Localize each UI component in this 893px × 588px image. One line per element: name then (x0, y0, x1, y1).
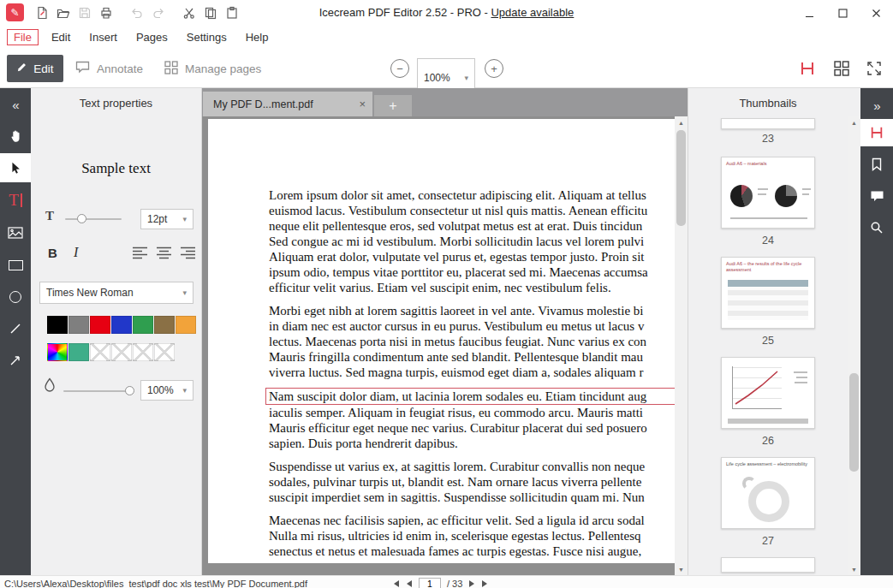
expand-panel-button[interactable]: » (860, 92, 893, 119)
color-swatch-blue[interactable] (111, 316, 132, 334)
opacity-slider-thumb[interactable] (125, 386, 134, 395)
selected-text-line[interactable]: Nam suscipit dolor diam, ut lacinia lore… (265, 388, 675, 405)
menu-help[interactable]: Help (244, 29, 271, 45)
redo-icon[interactable] (147, 3, 169, 23)
single-page-view-button[interactable] (796, 57, 819, 80)
thumbnail-page-23[interactable] (721, 118, 815, 129)
font-size-slider[interactable] (65, 218, 122, 220)
edit-mode-button[interactable]: Edit (7, 55, 63, 82)
empty-color-slot[interactable] (154, 343, 175, 361)
copy-icon[interactable] (199, 3, 221, 23)
color-swatch-orange[interactable] (176, 316, 196, 334)
thumbnail-label: 24 (688, 235, 848, 246)
thumbnail-page-26[interactable] (721, 357, 815, 429)
rectangle-tool[interactable] (0, 251, 31, 280)
menu-insert[interactable]: Insert (87, 29, 119, 45)
maximize-button[interactable] (826, 0, 860, 26)
save-icon[interactable] (74, 3, 95, 23)
menu-edit[interactable]: Edit (50, 29, 72, 45)
open-file-icon[interactable] (52, 3, 74, 23)
color-swatch-gray[interactable] (68, 316, 89, 334)
manage-pages-button[interactable]: Manage pages (164, 55, 261, 82)
thumbnail-page-28[interactable] (721, 557, 815, 573)
menu-pages[interactable]: Pages (134, 29, 170, 45)
font-size-dropdown[interactable]: 12pt▾ (140, 209, 193, 229)
opacity-slider[interactable] (63, 390, 130, 392)
print-icon[interactable] (95, 3, 116, 23)
hand-tool[interactable] (0, 121, 31, 150)
cut-icon[interactable] (178, 3, 199, 23)
paste-icon[interactable] (221, 3, 242, 23)
ellipse-tool[interactable] (0, 282, 31, 312)
thumbnail-page-27[interactable]: Life cycle assessment – electromobility (721, 457, 815, 529)
annotate-mode-button[interactable]: Annotate (75, 55, 143, 82)
undo-icon[interactable] (126, 3, 147, 23)
title-bar: ✎ Icecream PDF Editor 2.52 - PRO - Updat… (0, 0, 893, 26)
scroll-up-icon[interactable]: ▲ (848, 116, 860, 128)
paragraph: Morbi eget nibh at lorem sagittis laoree… (269, 303, 675, 380)
close-button[interactable] (860, 0, 893, 26)
text-line: sapien. Duis porta hendrerit dapibus. (269, 436, 675, 451)
paragraph: Maecenas nec facilisis sapien, ac effici… (269, 513, 675, 559)
empty-color-slot[interactable] (90, 343, 110, 361)
minimize-button[interactable] (793, 0, 826, 26)
new-document-icon[interactable] (31, 3, 52, 23)
align-left-button[interactable] (132, 246, 148, 263)
zoom-in-button[interactable]: + (485, 59, 503, 78)
empty-color-slot[interactable] (133, 343, 153, 361)
color-swatch-red[interactable] (90, 316, 110, 334)
first-page-button[interactable] (390, 579, 400, 588)
line-tool[interactable] (0, 314, 31, 343)
tab-my-pdf-document[interactable]: My PDF D...ment.pdf × (203, 92, 372, 116)
color-swatch-brown[interactable] (154, 316, 175, 334)
thumbnail-page-25[interactable]: Audi A6 – the results of the life cycle … (721, 257, 815, 329)
thumbnails-view-button[interactable] (860, 119, 893, 146)
arrow-tool[interactable] (0, 346, 31, 375)
grid-view-button[interactable] (830, 57, 853, 80)
scroll-up-icon[interactable]: ▲ (675, 116, 688, 128)
fullscreen-button[interactable] (863, 57, 885, 80)
color-swatch-green[interactable] (133, 316, 153, 334)
update-available-link[interactable]: Update available (491, 6, 574, 19)
thumbnails-scrollbar[interactable]: ▲ ▼ (848, 116, 860, 575)
text-tool[interactable]: T (0, 186, 31, 215)
scroll-down-icon[interactable]: ▼ (675, 563, 688, 575)
align-right-button[interactable] (180, 246, 196, 263)
menu-settings[interactable]: Settings (185, 29, 229, 45)
color-swatch-black[interactable] (47, 316, 68, 334)
search-button[interactable] (860, 214, 893, 241)
font-size-slider-thumb[interactable] (77, 214, 86, 223)
bookmarks-button[interactable] (860, 151, 893, 178)
italic-button[interactable]: I (74, 245, 78, 260)
annotate-label: Annotate (97, 62, 143, 75)
menu-file[interactable]: File (7, 29, 39, 45)
table-header-graphic (728, 280, 808, 287)
thumbnail-page-24[interactable]: Audi A6 – materials (721, 157, 815, 229)
circle-diagram-accent (742, 477, 756, 490)
color-swatch-teal[interactable] (68, 343, 89, 361)
image-tool[interactable] (0, 218, 31, 247)
thumbnail-label: 25 (688, 335, 848, 347)
document-scrollbar[interactable]: ▲ ▼ (675, 116, 688, 575)
comments-button[interactable] (860, 182, 893, 210)
empty-color-slot[interactable] (111, 343, 132, 361)
zoom-out-button[interactable]: − (390, 59, 409, 78)
previous-page-button[interactable] (406, 579, 413, 588)
thumbnails-scrollbar-thumb[interactable] (849, 373, 859, 472)
font-family-dropdown[interactable]: Times New Roman▾ (39, 282, 193, 304)
pdf-page[interactable]: Lorem ipsum dolor sit amet, consectetur … (208, 119, 675, 563)
collapse-panel-button[interactable]: « (0, 90, 31, 119)
new-tab-button[interactable]: + (374, 95, 412, 116)
opacity-dropdown[interactable]: 100%▾ (140, 380, 193, 401)
select-tool[interactable] (0, 153, 31, 182)
chevron-down-icon: ▾ (464, 74, 468, 82)
document-scrollbar-thumb[interactable] (676, 130, 686, 226)
last-page-button[interactable] (481, 579, 491, 588)
next-page-button[interactable] (468, 579, 475, 588)
align-center-button[interactable] (156, 246, 172, 263)
custom-color-picker-swatch[interactable] (47, 343, 68, 361)
close-tab-icon[interactable]: × (359, 98, 366, 110)
page-number-input[interactable] (419, 578, 441, 588)
scroll-down-icon[interactable]: ▼ (848, 563, 860, 575)
bold-button[interactable]: B (48, 246, 57, 260)
